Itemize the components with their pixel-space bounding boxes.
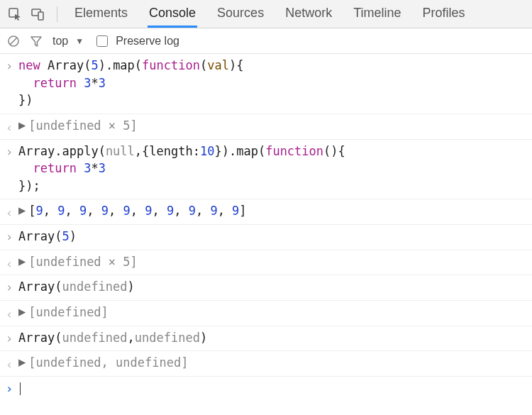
input-chevron-icon: › (0, 143, 18, 159)
console-input-code[interactable]: new Array(5).map(function(val){ return 3… (18, 57, 243, 109)
preserve-log-checkbox-wrap[interactable]: Preserve log (94, 33, 179, 49)
tab-console[interactable]: Console (148, 0, 197, 28)
output-chevron-icon: ‹ (0, 204, 18, 220)
clear-console-icon[interactable] (7, 35, 20, 48)
console-output-value[interactable]: ▶[undefined] (18, 304, 109, 321)
console-output-value[interactable]: ▶[undefined × 5] (18, 253, 138, 271)
console-result: ‹▶[undefined × 5] (0, 250, 532, 276)
chevron-down-icon: ▼ (75, 36, 84, 46)
text-caret (20, 382, 21, 395)
tab-profiles[interactable]: Profiles (421, 0, 467, 28)
console-result: ‹▶[undefined] (0, 301, 532, 326)
console-prompt-row[interactable]: › (0, 377, 532, 402)
expand-triangle-icon[interactable]: ▶ (18, 353, 26, 371)
console-result: ‹▶[undefined × 5] (0, 114, 532, 140)
expand-triangle-icon[interactable]: ▶ (18, 253, 26, 270)
tab-network[interactable]: Network (284, 0, 333, 28)
output-chevron-icon: ‹ (0, 118, 18, 135)
preserve-log-checkbox[interactable] (96, 35, 108, 47)
console-output-value[interactable]: ▶[9, 9, 9, 9, 9, 9, 9, 9, 9, 9] (18, 202, 247, 220)
toolbar-separator (57, 6, 57, 22)
panel-tabs: Elements Console Sources Network Timelin… (73, 0, 467, 28)
console-result: ‹▶[9, 9, 9, 9, 9, 9, 9, 9, 9, 9] (0, 199, 532, 225)
console-input-code[interactable]: Array(undefined) (18, 278, 135, 296)
console-entry: ›Array.apply(null,{length:10}).map(funct… (0, 140, 532, 200)
svg-rect-2 (38, 12, 43, 20)
expand-triangle-icon[interactable]: ▶ (18, 116, 26, 134)
console-input-code[interactable]: Array(undefined,undefined) (18, 329, 207, 347)
console-prompt-input[interactable] (18, 380, 21, 397)
output-chevron-icon: ‹ (0, 305, 18, 321)
devtools-toolbar: Elements Console Sources Network Timelin… (0, 0, 532, 28)
output-chevron-icon: ‹ (0, 255, 18, 271)
inspect-element-icon[interactable] (7, 6, 23, 22)
console-input-code[interactable]: Array.apply(null,{length:10}).map(functi… (18, 143, 345, 195)
filter-icon[interactable] (30, 35, 43, 48)
console-result: ‹▶[undefined, undefined] (0, 351, 532, 377)
expand-triangle-icon[interactable]: ▶ (18, 201, 26, 219)
prompt-chevron-icon: › (0, 380, 18, 396)
console-entry: ›Array(undefined,undefined) (0, 326, 532, 352)
input-chevron-icon: › (0, 329, 18, 345)
context-dropdown-label: top (52, 35, 68, 48)
input-chevron-icon: › (0, 57, 18, 73)
context-dropdown[interactable]: top ▼ (52, 35, 84, 48)
console-entry: ›Array(5) (0, 225, 532, 250)
device-toggle-icon[interactable] (30, 6, 45, 22)
console-entry: ›new Array(5).map(function(val){ return … (0, 54, 532, 114)
console-body: ›new Array(5).map(function(val){ return … (0, 54, 532, 402)
output-chevron-icon: ‹ (0, 355, 18, 372)
input-chevron-icon: › (0, 278, 18, 294)
console-output-value[interactable]: ▶[undefined × 5] (18, 117, 138, 135)
tab-sources[interactable]: Sources (216, 0, 265, 28)
console-input-code[interactable]: Array(5) (18, 228, 77, 245)
tab-timeline[interactable]: Timeline (352, 0, 402, 28)
tab-elements[interactable]: Elements (73, 0, 129, 28)
console-entry: ›Array(undefined) (0, 275, 532, 301)
console-output-value[interactable]: ▶[undefined, undefined] (18, 354, 188, 372)
input-chevron-icon: › (0, 228, 18, 244)
preserve-log-label: Preserve log (116, 35, 179, 48)
svg-line-4 (10, 38, 17, 45)
console-subtoolbar: top ▼ Preserve log (0, 28, 532, 54)
expand-triangle-icon[interactable]: ▶ (18, 303, 26, 321)
